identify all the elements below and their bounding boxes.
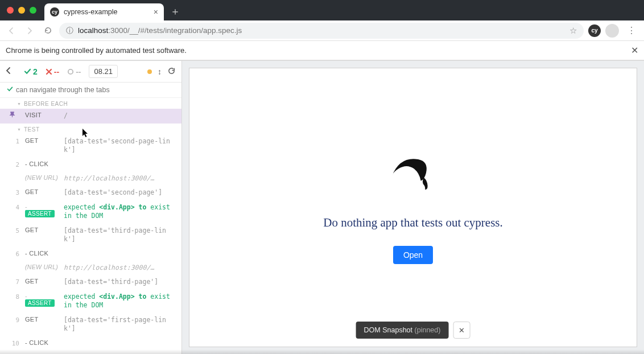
- snapshot-controls: DOM Snapshot (pinned) ✕: [356, 322, 470, 339]
- tab-close-icon[interactable]: ×: [154, 7, 158, 17]
- command-row[interactable]: 6- CLICK: [0, 247, 181, 261]
- tab-title: cypress-example: [64, 8, 149, 16]
- command-number: 10: [5, 339, 19, 347]
- command-row[interactable]: 8- ASSERTexpected <div.App> to exist in …: [0, 290, 181, 313]
- automation-message: Chrome is being controlled by automated …: [6, 46, 187, 55]
- cypress-extension-icon[interactable]: cy: [588, 24, 601, 37]
- command-row[interactable]: 4- ASSERTexpected <div.App> to exist in …: [0, 200, 181, 224]
- command-verb: - ASSERT: [25, 293, 58, 306]
- pin-icon: [5, 112, 19, 120]
- command-message: http://localhost:3000/…: [64, 174, 177, 183]
- address-bar[interactable]: ⓘ localhost:3000/__/#/tests/integration/…: [59, 23, 584, 39]
- automation-banner: Chrome is being controlled by automated …: [0, 41, 644, 60]
- command-row[interactable]: (NEW URL)http://localhost:3000/…: [0, 171, 181, 186]
- command-number: [5, 174, 19, 175]
- app-area: 2 -- -- 08.21 ↕: [0, 60, 644, 354]
- window-close-button[interactable]: [7, 7, 14, 14]
- command-verb: (NEW URL): [25, 264, 58, 270]
- command-row[interactable]: (NEW URL)http://localhost:3000/…: [0, 261, 181, 275]
- svg-point-0: [68, 69, 73, 73]
- command-row[interactable]: (NEW URL)http://localhost:3000/: [0, 350, 181, 354]
- command-row[interactable]: 2- CLICK: [0, 158, 181, 171]
- section-test: TEST: [0, 124, 181, 134]
- nav-back-button[interactable]: [5, 24, 18, 38]
- reporter-back-button[interactable]: [3, 67, 14, 77]
- x-icon: [46, 68, 52, 75]
- command-row[interactable]: 9GET[data-test='first-page-link']: [0, 313, 181, 336]
- failed-count: --: [46, 67, 59, 76]
- url-display: localhost:3000/__/#/tests/integration/ap…: [78, 26, 242, 35]
- nav-forward-button[interactable]: [23, 24, 36, 38]
- command-number: [5, 353, 19, 353]
- command-number: [5, 264, 19, 264]
- pending-count: --: [67, 67, 81, 76]
- command-message: expected <div.App> to exist in the DOM: [64, 293, 177, 310]
- passed-number: 2: [33, 67, 38, 76]
- window-controls: [5, 0, 41, 20]
- command-message: /: [64, 112, 177, 121]
- window-zoom-button[interactable]: [30, 7, 36, 14]
- browser-toolbar: ⓘ localhost:3000/__/#/tests/integration/…: [0, 20, 644, 41]
- command-row[interactable]: 5GET[data-test='third-page-link']: [0, 224, 181, 247]
- snapshot-state-text: (pinned): [415, 326, 441, 334]
- command-number: 3: [5, 188, 19, 196]
- command-row-visit[interactable]: VISIT /: [0, 109, 181, 124]
- command-verb: GET: [25, 188, 58, 195]
- command-verb: GET: [25, 227, 58, 233]
- check-icon: [24, 68, 31, 75]
- bookmark-star-icon[interactable]: ☆: [569, 26, 577, 36]
- browser-tab[interactable]: cy cypress-example ×: [44, 3, 164, 20]
- window-minimize-button[interactable]: [18, 7, 25, 14]
- command-log[interactable]: can navigate through the tabs BEFORE EAC…: [0, 83, 181, 354]
- command-number: 6: [5, 250, 19, 258]
- command-verb: VISIT: [25, 112, 58, 118]
- command-number: 4: [5, 203, 19, 211]
- command-row[interactable]: 7GET[data-test='third-page']: [0, 275, 181, 290]
- command-verb: - ASSERT: [25, 203, 58, 217]
- nav-reload-button[interactable]: [41, 24, 55, 38]
- viewport-toggle-icon[interactable]: ↕: [158, 67, 162, 76]
- snapshot-unpin-button[interactable]: ✕: [453, 322, 470, 339]
- command-number: 2: [5, 160, 19, 168]
- browser-window: cy cypress-example × ＋ ⓘ localhost:3000/…: [0, 0, 644, 354]
- failed-number: --: [54, 67, 59, 76]
- command-row[interactable]: 1GET[data-test='second-page-link']: [0, 134, 181, 158]
- command-row[interactable]: 3GET[data-test='second-page']: [0, 186, 181, 200]
- command-number: 1: [5, 137, 19, 145]
- command-number: 7: [5, 278, 19, 286]
- test-title-text: can navigate through the tabs: [16, 86, 110, 94]
- command-message: expected <div.App> to exist in the DOM: [64, 203, 177, 221]
- command-verb: GET: [25, 316, 58, 323]
- cypress-reporter-panel: 2 -- -- 08.21 ↕: [0, 61, 182, 354]
- status-dot-icon: [147, 69, 152, 74]
- browser-menu-button[interactable]: ⋮: [624, 25, 639, 36]
- passed-count: 2: [24, 67, 38, 76]
- command-message: [data-test='first-page-link']: [64, 316, 177, 334]
- command-number: 8: [5, 293, 19, 301]
- rerun-button[interactable]: [167, 67, 176, 77]
- profile-avatar-icon[interactable]: [605, 24, 619, 38]
- aut-iframe[interactable]: Do nothing app that tests out cypress. O…: [189, 68, 637, 347]
- check-icon: [7, 86, 13, 94]
- pending-number: --: [76, 67, 81, 76]
- command-verb: GET: [25, 137, 58, 144]
- command-verb: - CLICK: [25, 339, 58, 346]
- new-tab-button[interactable]: ＋: [167, 3, 183, 19]
- command-row[interactable]: 10- CLICK: [0, 336, 181, 350]
- snapshot-label-text: DOM Snapshot: [364, 326, 412, 334]
- command-verb: - CLICK: [25, 250, 58, 257]
- app-tagline: Do nothing app that tests out cypress.: [323, 216, 503, 230]
- cypress-header: 2 -- -- 08.21 ↕: [0, 61, 181, 83]
- command-verb: GET: [25, 278, 58, 285]
- command-number: 5: [5, 227, 19, 234]
- circle-icon: [67, 68, 74, 75]
- site-info-icon[interactable]: ⓘ: [66, 26, 73, 36]
- snapshot-label: DOM Snapshot (pinned): [356, 322, 449, 339]
- test-title-row[interactable]: can navigate through the tabs: [0, 83, 181, 98]
- open-button[interactable]: Open: [393, 246, 433, 264]
- command-number: 9: [5, 316, 19, 324]
- automation-banner-close-icon[interactable]: ✕: [631, 45, 638, 56]
- browser-tabbar: cy cypress-example × ＋: [0, 0, 644, 20]
- command-message: [data-test='second-page-link']: [64, 137, 177, 155]
- command-verb: (NEW URL): [25, 174, 58, 181]
